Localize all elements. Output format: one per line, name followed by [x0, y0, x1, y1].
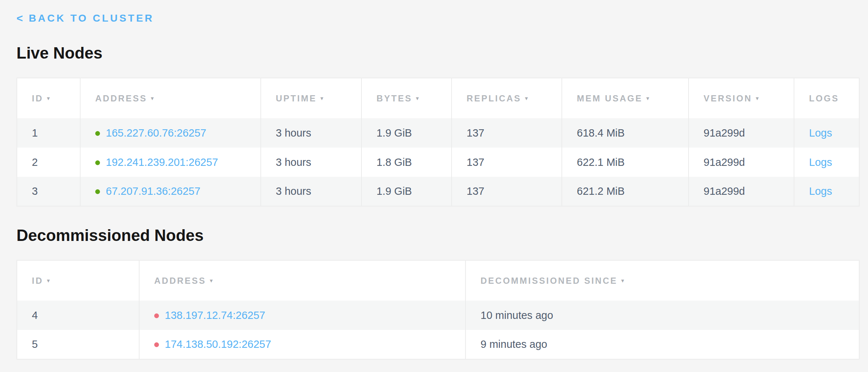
decommissioned-status-dot-icon	[154, 342, 159, 347]
node-address-link[interactable]: 192.241.239.201:26257	[106, 156, 218, 168]
node-address-link[interactable]: 67.207.91.36:26257	[106, 185, 200, 197]
column-header-label: ADDRESS	[154, 276, 206, 286]
node-address-cell: 67.207.91.36:26257	[80, 177, 261, 206]
node-address-cell: 174.138.50.192:26257	[139, 330, 465, 359]
column-header-address[interactable]: ADDRESS▾	[139, 260, 465, 301]
node-logs-link[interactable]: Logs	[809, 156, 832, 168]
column-header-id[interactable]: ID▾	[17, 78, 80, 118]
sort-arrow-icon: ▾	[47, 278, 50, 284]
sort-arrow-icon: ▾	[416, 95, 419, 101]
node-logs-link[interactable]: Logs	[809, 127, 832, 139]
sort-arrow-icon: ▾	[151, 95, 154, 101]
back-link-label: BACK TO CLUSTER	[29, 12, 154, 24]
sort-arrow-icon: ▾	[646, 95, 649, 101]
column-header-logs: LOGS	[794, 78, 859, 118]
node-logs-cell: Logs	[794, 177, 859, 206]
column-header-label: REPLICAS	[467, 93, 521, 103]
column-header-label: UPTIME	[276, 93, 317, 103]
column-header-decommissioned-since[interactable]: DECOMMISSIONED SINCE▾	[465, 260, 859, 301]
node-replicas-cell: 137	[452, 177, 562, 206]
node-id-cell: 4	[17, 301, 139, 330]
decommissioned-node-row: 4 138.197.12.74:26257 10 minutes ago	[17, 301, 859, 330]
node-address-cell: 165.227.60.76:26257	[80, 118, 261, 148]
column-header-uptime[interactable]: UPTIME▾	[261, 78, 361, 118]
sort-arrow-icon: ▾	[756, 95, 759, 101]
node-decommissioned-since-cell: 10 minutes ago	[465, 301, 859, 330]
decommissioned-nodes-table: ID▾ ADDRESS▾ DECOMMISSIONED SINCE▾ 4 138…	[16, 260, 860, 360]
node-address-cell: 192.241.239.201:26257	[80, 148, 261, 177]
node-id-cell: 5	[17, 330, 139, 359]
decommissioned-nodes-title: Decommissioned Nodes	[16, 226, 859, 245]
column-header-label: ID	[32, 276, 43, 286]
back-to-cluster-link[interactable]: < BACK TO CLUSTER	[16, 12, 154, 24]
node-bytes-cell: 1.9 GiB	[361, 177, 452, 206]
node-logs-link[interactable]: Logs	[809, 185, 832, 197]
live-status-dot-icon	[95, 160, 100, 165]
column-header-version[interactable]: VERSION▾	[689, 78, 794, 118]
node-id-cell: 1	[17, 118, 80, 148]
live-status-dot-icon	[95, 131, 100, 136]
node-address-link[interactable]: 174.138.50.192:26257	[165, 338, 271, 350]
sort-arrow-icon: ▾	[525, 95, 528, 101]
live-node-row: 1 165.227.60.76:26257 3 hours 1.9 GiB 13…	[17, 118, 859, 148]
column-header-label: ADDRESS	[95, 93, 147, 103]
column-header-mem-usage[interactable]: MEM USAGE▾	[562, 78, 689, 118]
back-arrow-icon: <	[16, 12, 23, 24]
column-header-label: VERSION	[704, 93, 752, 103]
node-address-link[interactable]: 138.197.12.74:26257	[165, 309, 265, 321]
decommissioned-nodes-header-row: ID▾ ADDRESS▾ DECOMMISSIONED SINCE▾	[17, 260, 859, 301]
column-header-address[interactable]: ADDRESS▾	[80, 78, 261, 118]
live-status-dot-icon	[95, 189, 100, 194]
nodes-page: < BACK TO CLUSTER Live Nodes ID▾ ADDRESS…	[0, 0, 868, 360]
live-nodes-table: ID▾ ADDRESS▾ UPTIME▾ BYTES▾ REPLICAS▾ ME…	[16, 78, 860, 207]
column-header-label: DECOMMISSIONED SINCE	[481, 276, 617, 286]
node-address-link[interactable]: 165.227.60.76:26257	[106, 127, 206, 139]
sort-arrow-icon: ▾	[210, 278, 213, 284]
node-replicas-cell: 137	[452, 148, 562, 177]
node-decommissioned-since-cell: 9 minutes ago	[465, 330, 859, 359]
column-header-label: MEM USAGE	[577, 93, 643, 103]
column-header-label: LOGS	[809, 93, 839, 103]
node-uptime-cell: 3 hours	[261, 118, 361, 148]
column-header-id[interactable]: ID▾	[17, 260, 139, 301]
node-mem-usage-cell: 621.2 MiB	[562, 177, 689, 206]
node-replicas-cell: 137	[452, 118, 562, 148]
node-uptime-cell: 3 hours	[261, 148, 361, 177]
node-logs-cell: Logs	[794, 118, 859, 148]
column-header-label: ID	[32, 93, 43, 103]
node-address-cell: 138.197.12.74:26257	[139, 301, 465, 330]
live-nodes-title: Live Nodes	[16, 44, 859, 62]
sort-arrow-icon: ▾	[621, 278, 624, 284]
node-id-cell: 2	[17, 148, 80, 177]
decommissioned-status-dot-icon	[154, 313, 159, 318]
live-node-row: 3 67.207.91.36:26257 3 hours 1.9 GiB 137…	[17, 177, 859, 206]
node-mem-usage-cell: 622.1 MiB	[562, 148, 689, 177]
sort-arrow-icon: ▾	[320, 95, 323, 101]
node-mem-usage-cell: 618.4 MiB	[562, 118, 689, 148]
node-version-cell: 91a299d	[689, 177, 794, 206]
node-version-cell: 91a299d	[689, 118, 794, 148]
node-bytes-cell: 1.8 GiB	[361, 148, 452, 177]
live-node-row: 2 192.241.239.201:26257 3 hours 1.8 GiB …	[17, 148, 859, 177]
column-header-replicas[interactable]: REPLICAS▾	[452, 78, 562, 118]
node-bytes-cell: 1.9 GiB	[361, 118, 452, 148]
node-uptime-cell: 3 hours	[261, 177, 361, 206]
column-header-label: BYTES	[376, 93, 412, 103]
live-nodes-header-row: ID▾ ADDRESS▾ UPTIME▾ BYTES▾ REPLICAS▾ ME…	[17, 78, 859, 118]
node-id-cell: 3	[17, 177, 80, 206]
node-logs-cell: Logs	[794, 148, 859, 177]
column-header-bytes[interactable]: BYTES▾	[361, 78, 452, 118]
sort-arrow-icon: ▾	[47, 95, 50, 101]
node-version-cell: 91a299d	[689, 148, 794, 177]
decommissioned-node-row: 5 174.138.50.192:26257 9 minutes ago	[17, 330, 859, 359]
